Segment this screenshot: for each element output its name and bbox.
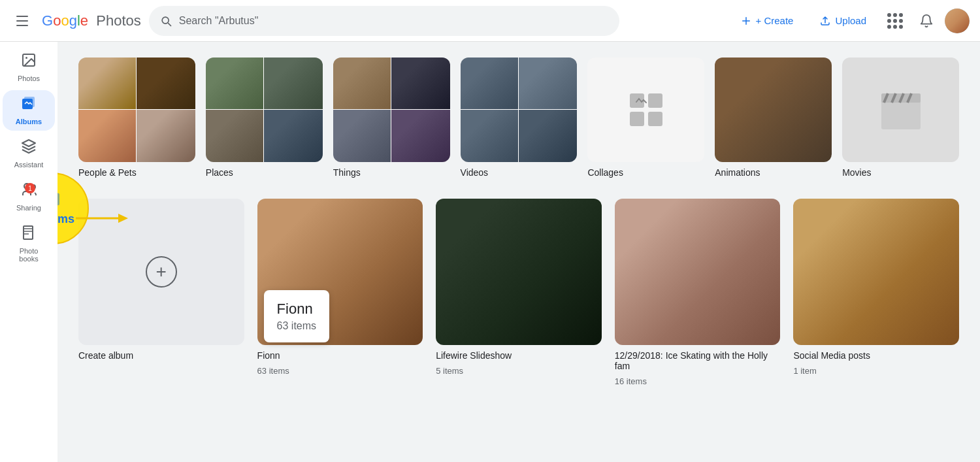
sharing-badge: 1 bbox=[25, 183, 35, 193]
search-icon bbox=[159, 14, 172, 27]
animations-label: Animations bbox=[715, 167, 832, 178]
create-icon bbox=[740, 15, 752, 27]
hamburger-menu-button[interactable] bbox=[10, 9, 34, 33]
category-movies[interactable]: Movies bbox=[842, 58, 959, 178]
albums-section: + Create album Fionn 63 items Fionn 63 i… bbox=[78, 199, 959, 386]
photobooks-icon bbox=[21, 225, 37, 244]
google-photos-logo[interactable]: Google Photos bbox=[42, 12, 141, 29]
hamburger-line-2 bbox=[16, 20, 28, 22]
movies-thumb bbox=[842, 58, 959, 162]
people-pets-label: People & Pets bbox=[78, 167, 195, 178]
collage-icon bbox=[627, 90, 666, 129]
annotation-label: Albums bbox=[57, 212, 74, 226]
sidebar-item-photobooks[interactable]: Photo books bbox=[3, 220, 55, 268]
hamburger-line-1 bbox=[16, 16, 28, 17]
category-people-pets[interactable]: People & Pets bbox=[78, 58, 195, 178]
avatar[interactable] bbox=[945, 8, 970, 33]
fionn-title: Fionn bbox=[257, 350, 423, 361]
animations-thumb bbox=[715, 58, 832, 162]
collages-label: Collages bbox=[587, 167, 704, 178]
create-album-label: Create album bbox=[78, 350, 244, 361]
fionn-count: 63 items bbox=[257, 366, 423, 376]
svg-rect-10 bbox=[648, 112, 662, 126]
sharing-label: Sharing bbox=[16, 204, 41, 212]
lifewire-count: 5 items bbox=[436, 366, 602, 376]
sidebar: Photos Albums Assistant bbox=[0, 42, 57, 462]
fionn-thumb bbox=[257, 199, 423, 345]
main-layout: Photos Albums Assistant bbox=[0, 42, 980, 462]
album-skating[interactable]: 12/29/2018: Ice Skating with the Holly f… bbox=[615, 199, 781, 386]
albums-label: Albums bbox=[16, 118, 42, 125]
svg-rect-3 bbox=[24, 97, 35, 107]
logo-text: Google Photos bbox=[42, 12, 141, 29]
apps-button[interactable] bbox=[882, 8, 908, 34]
main-content: People & Pets Places bbox=[57, 42, 980, 462]
category-places[interactable]: Places bbox=[206, 58, 323, 178]
upload-icon bbox=[819, 15, 831, 27]
lifewire-title: Lifewire Slideshow bbox=[436, 350, 602, 361]
social-thumb bbox=[793, 199, 959, 345]
albums-icon bbox=[21, 95, 37, 115]
bell-icon bbox=[919, 14, 934, 28]
sidebar-item-sharing[interactable]: 1 Sharing bbox=[3, 176, 55, 217]
collages-thumb bbox=[587, 58, 704, 162]
social-count: 1 item bbox=[793, 366, 959, 376]
videos-label: Videos bbox=[461, 167, 578, 178]
sharing-icon: 1 bbox=[21, 182, 37, 201]
create-album-card[interactable]: + Create album bbox=[78, 199, 244, 386]
category-videos[interactable]: Videos bbox=[461, 58, 578, 178]
search-placeholder-text: Search "Arbutus" bbox=[179, 15, 259, 27]
search-bar[interactable]: Search "Arbutus" bbox=[149, 6, 619, 36]
notifications-button[interactable] bbox=[913, 8, 939, 34]
svg-rect-11 bbox=[881, 100, 921, 129]
category-collages[interactable]: Collages bbox=[587, 58, 704, 178]
category-things[interactable]: Things bbox=[333, 58, 450, 178]
assistant-label: Assistant bbox=[14, 161, 44, 169]
create-album-thumb: + bbox=[78, 199, 244, 345]
albums-grid: + Create album Fionn 63 items Fionn 63 i… bbox=[78, 199, 959, 386]
apps-grid-icon bbox=[887, 13, 903, 29]
album-social[interactable]: Social Media posts 1 item bbox=[793, 199, 959, 386]
albums-annotation-icon bbox=[57, 191, 63, 211]
svg-rect-6 bbox=[24, 226, 33, 239]
create-button[interactable]: + Create bbox=[730, 10, 804, 32]
photobooks-label: Photo books bbox=[10, 247, 47, 263]
skating-thumb bbox=[615, 199, 781, 345]
movies-label: Movies bbox=[842, 167, 959, 178]
social-title: Social Media posts bbox=[793, 350, 959, 361]
sidebar-item-photos[interactable]: Photos bbox=[3, 47, 55, 88]
hamburger-line-3 bbox=[16, 25, 28, 26]
photos-icon bbox=[21, 52, 37, 72]
videos-thumb bbox=[461, 58, 578, 162]
album-lifewire[interactable]: Lifewire Slideshow 5 items bbox=[436, 199, 602, 386]
svg-rect-18 bbox=[57, 193, 59, 205]
svg-rect-9 bbox=[648, 93, 662, 108]
plus-icon: + bbox=[146, 256, 177, 288]
photos-label: Photos bbox=[18, 74, 40, 82]
category-animations[interactable]: Animations bbox=[715, 58, 832, 178]
sidebar-item-assistant[interactable]: Assistant bbox=[3, 133, 55, 174]
places-label: Places bbox=[206, 167, 323, 178]
skating-title: 12/29/2018: Ice Skating with the Holly f… bbox=[615, 350, 781, 371]
header-actions: + Create Upload bbox=[730, 8, 970, 34]
people-pets-thumb bbox=[78, 58, 195, 162]
things-thumb bbox=[333, 58, 450, 162]
places-thumb bbox=[206, 58, 323, 162]
clapperboard-icon bbox=[875, 87, 927, 133]
top-header: Google Photos Search "Arbutus" + Create … bbox=[0, 0, 980, 42]
lifewire-thumb bbox=[436, 199, 602, 345]
album-fionn[interactable]: Fionn 63 items Fionn 63 items bbox=[257, 199, 423, 386]
svg-point-1 bbox=[25, 57, 27, 59]
skating-count: 16 items bbox=[615, 376, 781, 386]
avatar-image bbox=[945, 8, 970, 33]
svg-rect-8 bbox=[630, 112, 644, 126]
category-grid: People & Pets Places bbox=[78, 58, 959, 178]
upload-button[interactable]: Upload bbox=[809, 10, 877, 32]
things-label: Things bbox=[333, 167, 450, 178]
sidebar-item-albums[interactable]: Albums bbox=[3, 90, 55, 131]
assistant-icon bbox=[21, 139, 37, 158]
